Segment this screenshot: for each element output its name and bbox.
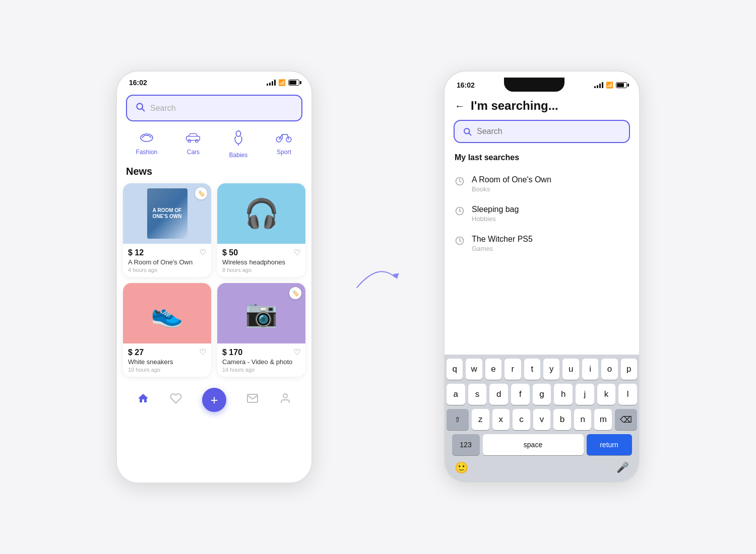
- category-sport[interactable]: Sport: [275, 130, 292, 159]
- product-card-book[interactable]: A ROOM OF ONE'S OWN 🏷️ $ 12 ♡ A Room of …: [123, 183, 211, 277]
- search-screen-title: I'm searching...: [471, 99, 558, 113]
- news-title: News: [117, 164, 311, 183]
- result-text-3: The Witcher PS5 Games: [472, 235, 533, 252]
- right-phone: 16:02 📶 ← I'm searching...: [444, 71, 640, 483]
- key-e[interactable]: e: [485, 359, 501, 380]
- key-f[interactable]: f: [511, 384, 530, 405]
- search-result-2[interactable]: Sleeping bag Hobbies: [445, 199, 639, 229]
- headphones-icon: 🎧: [244, 197, 279, 230]
- keyboard: q w e r t y u i o p a s d f g h j k l: [445, 355, 639, 482]
- key-t[interactable]: t: [524, 359, 540, 380]
- right-search-bar[interactable]: [454, 120, 630, 143]
- category-babies[interactable]: Babies: [229, 130, 248, 159]
- key-g[interactable]: g: [533, 384, 551, 405]
- heart-sneakers[interactable]: ♡: [199, 348, 206, 357]
- key-n[interactable]: n: [574, 409, 592, 430]
- key-a[interactable]: a: [447, 384, 465, 405]
- category-cars-label: Cars: [187, 149, 200, 156]
- key-shift[interactable]: ⇧: [447, 409, 469, 430]
- key-x[interactable]: x: [492, 409, 510, 430]
- key-b[interactable]: b: [553, 409, 571, 430]
- key-d[interactable]: d: [489, 384, 508, 405]
- product-image-sneakers: 👟: [123, 283, 211, 343]
- sport-icon: [275, 130, 292, 146]
- right-battery-icon: [616, 82, 627, 88]
- product-price-book: $ 12 ♡: [128, 248, 206, 257]
- nav-favorites[interactable]: [170, 392, 182, 407]
- heart-camera[interactable]: ♡: [293, 348, 300, 357]
- key-j[interactable]: j: [576, 384, 594, 405]
- camera-icon: 📷: [245, 298, 278, 329]
- key-numbers[interactable]: 123: [452, 434, 480, 455]
- product-image-book: A ROOM OF ONE'S OWN 🏷️: [123, 183, 211, 244]
- product-card-camera[interactable]: 📷 🏷️ $ 170 ♡ Camera - Video & photo 14 h…: [217, 283, 305, 377]
- clock-icon-3: [455, 236, 465, 248]
- key-v[interactable]: v: [533, 409, 551, 430]
- key-microphone[interactable]: 🎤: [616, 461, 629, 474]
- scene: 16:02 📶: [0, 40, 756, 514]
- svg-line-1: [142, 109, 145, 111]
- key-z[interactable]: z: [472, 409, 489, 430]
- key-return[interactable]: return: [587, 434, 632, 455]
- heart-book[interactable]: ♡: [199, 248, 206, 257]
- product-time-book: 4 hours ago: [128, 267, 206, 273]
- clock-icon-2: [455, 206, 465, 219]
- keyboard-bottom-extras: 🙂 🎤: [447, 459, 637, 474]
- product-price-camera: $ 170 ♡: [222, 348, 300, 357]
- result-text-1: A Room of One's Own Books: [472, 175, 551, 193]
- fashion-icon: [139, 130, 154, 146]
- product-info-sneakers: $ 27 ♡ White sneakers 10 hours ago: [123, 343, 211, 377]
- key-emoji[interactable]: 🙂: [455, 461, 468, 474]
- key-u[interactable]: u: [562, 359, 579, 380]
- search-bar[interactable]: Search: [126, 95, 302, 121]
- product-time-sneakers: 10 hours ago: [128, 367, 206, 373]
- key-r[interactable]: r: [505, 359, 521, 380]
- key-l[interactable]: l: [618, 384, 637, 405]
- key-i[interactable]: i: [582, 359, 598, 380]
- nav-profile[interactable]: [279, 392, 291, 407]
- category-fashion[interactable]: Fashion: [136, 130, 158, 159]
- category-cars[interactable]: Cars: [185, 130, 201, 159]
- product-card-headphones[interactable]: 🎧 $ 50 ♡ Wireless headphones 8 hours ago: [217, 183, 305, 277]
- key-s[interactable]: s: [468, 384, 487, 405]
- product-time-headphones: 8 hours ago: [222, 267, 300, 273]
- product-name-headphones: Wireless headphones: [222, 258, 300, 266]
- key-y[interactable]: y: [543, 359, 559, 380]
- heart-headphones[interactable]: ♡: [293, 248, 300, 257]
- product-card-sneakers[interactable]: 👟 $ 27 ♡ White sneakers 10 hours ago: [123, 283, 211, 377]
- back-button[interactable]: ←: [455, 100, 465, 112]
- right-search-input[interactable]: [477, 127, 621, 136]
- key-k[interactable]: k: [597, 384, 616, 405]
- sneakers-icon: 👟: [151, 298, 183, 329]
- key-space[interactable]: space: [483, 434, 584, 455]
- nav-home[interactable]: [137, 392, 149, 407]
- wifi-icon: 📶: [278, 79, 286, 86]
- signal-icon: [267, 80, 276, 86]
- key-c[interactable]: c: [513, 409, 530, 430]
- product-info-camera: $ 170 ♡ Camera - Video & photo 14 hours …: [217, 343, 305, 377]
- arrow-container: [353, 257, 403, 297]
- product-grid: A ROOM OF ONE'S OWN 🏷️ $ 12 ♡ A Room of …: [117, 183, 311, 377]
- key-p[interactable]: p: [621, 359, 637, 380]
- key-q[interactable]: q: [447, 359, 463, 380]
- key-w[interactable]: w: [466, 359, 482, 380]
- nav-add-button[interactable]: +: [202, 388, 226, 412]
- last-searches-title: My last searches: [445, 153, 639, 169]
- product-image-headphones: 🎧: [217, 183, 305, 244]
- key-o[interactable]: o: [601, 359, 617, 380]
- search-input-placeholder: Search: [150, 104, 176, 113]
- search-bar-container[interactable]: Search: [117, 90, 311, 128]
- nav-messages[interactable]: [246, 392, 259, 407]
- search-result-3[interactable]: The Witcher PS5 Games: [445, 229, 639, 258]
- right-wifi-icon: 📶: [606, 82, 613, 89]
- badge-camera: 🏷️: [289, 287, 301, 299]
- key-h[interactable]: h: [554, 384, 573, 405]
- category-fashion-label: Fashion: [136, 149, 158, 156]
- search-result-1[interactable]: A Room of One's Own Books: [445, 169, 639, 199]
- key-delete[interactable]: ⌫: [615, 409, 637, 430]
- clock-icon-1: [455, 176, 465, 189]
- product-image-camera: 📷 🏷️: [217, 283, 305, 343]
- cars-icon: [185, 130, 201, 146]
- key-m[interactable]: m: [594, 409, 612, 430]
- svg-line-14: [469, 133, 471, 135]
